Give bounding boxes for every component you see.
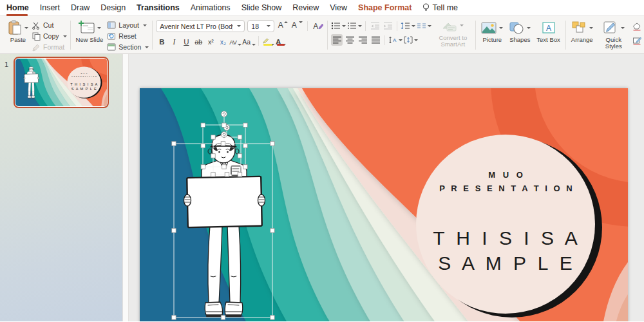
copy-dropdown-chevron[interactable] <box>63 35 67 37</box>
shape-fill-button[interactable]: Shape Fill <box>632 21 644 32</box>
highlight-color-button[interactable] <box>261 35 274 46</box>
group-divider <box>327 21 328 50</box>
menu-draw[interactable]: Draw <box>71 0 90 16</box>
shape-fill-icon <box>632 23 641 31</box>
small-divider <box>365 21 366 31</box>
new-slide-dropdown-chevron[interactable] <box>97 27 101 29</box>
clear-formatting-button[interactable]: A <box>312 21 324 32</box>
increase-font-size-button[interactable]: A <box>277 21 289 32</box>
reset-button[interactable]: Reset <box>107 31 149 41</box>
group-divider <box>152 21 153 50</box>
align-center-button[interactable] <box>344 34 355 46</box>
arrange-icon <box>571 21 587 35</box>
insert-group: Picture Shapes A Text Box <box>477 18 564 52</box>
columns-button[interactable] <box>417 20 431 32</box>
underline-button[interactable]: U <box>180 35 192 46</box>
shapes-button[interactable]: Shapes <box>507 19 533 44</box>
main-area: 1 <box>0 54 644 321</box>
numbered-list-icon <box>347 22 357 30</box>
align-left-button[interactable] <box>331 34 343 46</box>
menu-transitions[interactable]: Transitions <box>137 0 180 16</box>
text-box-button[interactable]: A Text Box <box>535 19 562 44</box>
small-divider <box>397 21 397 31</box>
slide-thumbnail-art <box>15 59 107 106</box>
line-spacing-button[interactable] <box>401 20 415 32</box>
menu-home[interactable]: Home <box>6 0 29 16</box>
menu-animations[interactable]: Animations <box>191 0 231 16</box>
format-painter-icon <box>32 43 41 52</box>
font-name-combo[interactable]: Avenir Next LT Pro (Body) <box>156 20 245 32</box>
layout-icon <box>107 21 116 29</box>
arrange-button[interactable]: Arrange <box>569 19 595 44</box>
subscript-button[interactable]: x₂ <box>217 35 229 46</box>
superscript-button[interactable]: x² <box>205 35 216 46</box>
section-button[interactable]: Section <box>107 42 149 52</box>
align-text-chevron <box>414 39 418 41</box>
new-slide-button[interactable]: New Slide <box>74 19 106 44</box>
decrease-font-size-button[interactable]: A <box>291 21 303 32</box>
align-center-icon <box>345 36 355 44</box>
section-dropdown-chevron[interactable] <box>145 46 149 48</box>
slides-group: New Slide Layout Reset Section <box>72 18 151 52</box>
menu-tell-me[interactable]: Tell me <box>422 0 458 16</box>
align-right-icon <box>358 36 368 44</box>
picture-button[interactable]: Picture <box>479 19 505 44</box>
layout-button[interactable]: Layout <box>107 20 149 30</box>
picture-chevron[interactable] <box>499 27 503 29</box>
shapes-chevron[interactable] <box>527 27 531 29</box>
spacing-chevron <box>238 44 242 46</box>
columns-icon <box>417 22 426 30</box>
new-slide-label: New Slide <box>76 37 104 43</box>
font-color-button[interactable]: A <box>275 35 287 46</box>
small-divider <box>258 36 259 46</box>
quick-styles-button[interactable]: Quick Styles <box>597 19 630 50</box>
panel-splitter[interactable] <box>122 54 129 321</box>
menu-view[interactable]: View <box>330 0 347 16</box>
slide-thumbnail-1[interactable] <box>14 57 109 108</box>
slide-1-canvas[interactable] <box>140 88 628 321</box>
menu-design[interactable]: Design <box>100 0 126 16</box>
bullets-chevron <box>342 25 346 27</box>
menu-slide-show[interactable]: Slide Show <box>242 0 282 16</box>
bullets-button[interactable] <box>331 20 346 32</box>
paste-dropdown-chevron[interactable] <box>24 27 28 29</box>
numbering-chevron <box>358 25 362 27</box>
menu-shape-format[interactable]: Shape Format <box>358 0 412 16</box>
slide-thumbnail-panel: 1 <box>0 54 122 321</box>
reset-icon <box>107 32 116 40</box>
quick-styles-chevron[interactable] <box>621 27 625 29</box>
group-divider <box>565 21 566 50</box>
strikethrough-button[interactable]: ab <box>193 35 204 46</box>
arrange-chevron[interactable] <box>589 27 593 29</box>
bold-button[interactable]: B <box>156 35 167 46</box>
clipboard-group: Paste Cut Copy Format <box>4 18 69 52</box>
convert-to-smartart-button: Convert to SmartArt <box>433 19 472 48</box>
powerpoint-window: { "menu": { "items": [ { "label": "Home"… <box>0 0 644 322</box>
menu-insert[interactable]: Insert <box>40 0 60 16</box>
font-size-chevron <box>267 25 270 27</box>
cut-button[interactable]: Cut <box>32 20 67 30</box>
copy-button[interactable]: Copy <box>32 31 67 41</box>
font-name-chevron <box>237 25 241 27</box>
change-case-button[interactable]: Aa <box>242 35 256 46</box>
numbering-button[interactable] <box>347 20 362 32</box>
shape-outline-button[interactable]: Shape Outline <box>632 35 644 46</box>
justify-button[interactable] <box>370 34 381 46</box>
text-direction-chevron <box>399 39 402 41</box>
align-right-button[interactable] <box>357 34 368 46</box>
line-spacing-icon <box>401 22 410 30</box>
menu-home-label: Home <box>6 3 29 12</box>
slide-number: 1 <box>5 61 8 68</box>
character-spacing-button[interactable]: AV <box>229 35 242 46</box>
layout-dropdown-chevron[interactable] <box>143 24 147 26</box>
align-text-button[interactable] <box>404 34 418 46</box>
text-direction-icon: A <box>388 36 397 44</box>
font-size-combo[interactable]: 18 <box>247 20 274 32</box>
paste-button[interactable]: Paste <box>6 19 30 44</box>
menu-review[interactable]: Review <box>292 0 319 16</box>
columns-chevron <box>428 25 431 27</box>
smartart-chevron <box>460 24 464 33</box>
italic-button[interactable]: I <box>168 35 180 46</box>
decrease-indent-button <box>369 20 381 32</box>
text-direction-button[interactable]: A <box>388 34 402 46</box>
